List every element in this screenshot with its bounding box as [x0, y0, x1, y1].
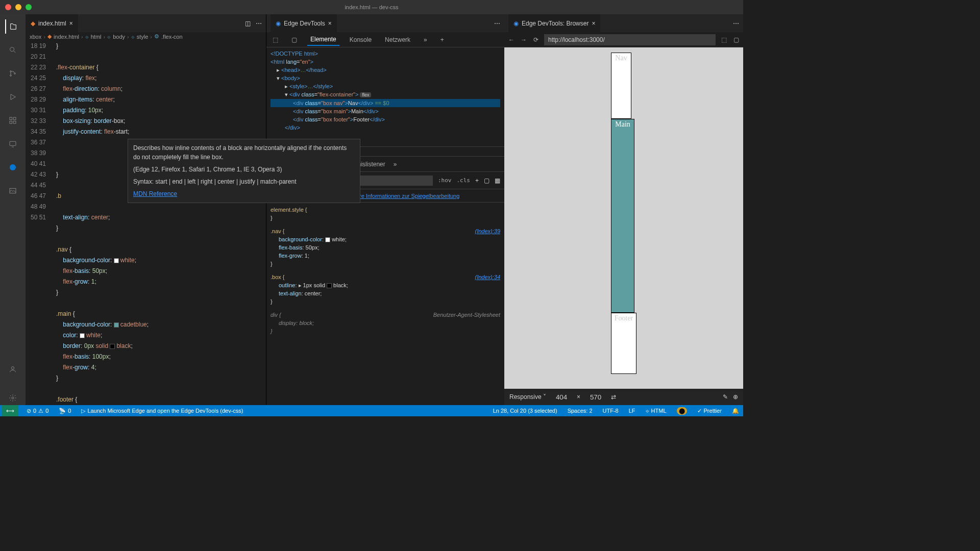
screenshot-icon[interactable]: ▢ [732, 36, 740, 43]
language-mode[interactable]: ⟐ HTML [644, 407, 669, 415]
editor-group: ◆ index.html × ◫ ⋯ xbox› ◆index.html› ⟐h… [26, 14, 266, 405]
search-icon[interactable] [6, 43, 20, 57]
fit-icon[interactable]: ⊕ [733, 393, 738, 400]
statusbar: ⟷ ⊘ 0 ⚠ 0 📡 0 ▷ Launch Microsoft Edge an… [0, 405, 743, 416]
back-icon[interactable]: ← [507, 36, 516, 43]
device-mode[interactable]: Responsive ˅ [509, 393, 546, 400]
eol[interactable]: LF [627, 407, 638, 415]
cls-toggle[interactable]: .cls [456, 177, 470, 184]
accounts-icon[interactable] [6, 362, 20, 377]
errors-warnings[interactable]: ⊘ 0 ⚠ 0 [24, 408, 51, 414]
more-tabs-icon[interactable]: » [421, 34, 430, 45]
cursor-position[interactable]: Ln 28, Col 20 (3 selected) [491, 407, 559, 415]
svg-rect-5 [13, 117, 16, 120]
tab-index-html[interactable]: ◆ index.html × [26, 14, 79, 32]
notifications-icon[interactable]: 🔔 [730, 407, 741, 415]
browser-tabs: ◉ Edge DevTools: Browser × ⋯ [504, 14, 743, 32]
forward-icon[interactable]: → [520, 36, 528, 43]
reload-icon[interactable]: ⟳ [532, 36, 540, 43]
extensions-icon[interactable] [6, 113, 20, 128]
selected-dom-node[interactable]: <div class="box nav">Nav</div> == $0 [271, 99, 500, 107]
remote-indicator[interactable]: ⟷ [2, 405, 18, 416]
styles-pane[interactable]: element.style { } .nav {(Index):39 backg… [266, 203, 504, 405]
tag-icon: ⟐ [85, 34, 89, 40]
tab-label: index.html [38, 20, 66, 27]
close-icon[interactable]: × [592, 20, 595, 27]
close-icon[interactable]: × [69, 20, 73, 27]
browser-viewport[interactable]: Nav Main Footer [504, 47, 743, 389]
browser-group: ◉ Edge DevTools: Browser × ⋯ ← → ⟳ ⬚ ▢ N… [504, 14, 743, 405]
dom-tree[interactable]: <!DOCTYPE html> <html lang="en"> ▸ <head… [266, 47, 504, 147]
svg-point-0 [10, 47, 14, 52]
edge-tools-icon[interactable] [6, 160, 20, 174]
svg-point-9 [10, 164, 16, 170]
svg-rect-7 [13, 121, 16, 123]
more-icon[interactable]: ⋯ [256, 20, 262, 27]
breadcrumb[interactable]: xbox› ◆index.html› ⟐html› ⟐body› ⟐style›… [26, 32, 266, 41]
more-icon[interactable]: » [394, 161, 397, 168]
html-icon: ◆ [47, 33, 52, 40]
close-icon[interactable]: × [328, 20, 332, 27]
device-icon[interactable]: ▢ [288, 34, 300, 45]
class-icon: ⚙ [154, 33, 159, 40]
encoding[interactable]: UTF-8 [601, 407, 621, 415]
launch-task[interactable]: ▷ Launch Microsoft Edge and open the Edg… [79, 408, 245, 414]
devtools-toolbar: ⬚ ▢ Elemente Konsole Netzwerk » + [266, 32, 504, 47]
inspect-icon[interactable]: ⬚ [720, 36, 728, 43]
source-link[interactable]: (Index):34 [475, 273, 500, 281]
code-content[interactable]: } .flex-container { display: flex; flex-… [56, 41, 266, 405]
svg-point-12 [12, 397, 14, 399]
add-tab-icon[interactable]: + [437, 34, 447, 45]
svg-rect-4 [10, 117, 12, 120]
more-icon[interactable]: ⋯ [733, 20, 739, 27]
mirror-info-link[interactable]: Weitere Informationen zur Spiegelbearbei… [345, 193, 459, 199]
indentation[interactable]: Spaces: 2 [566, 407, 595, 415]
source-control-icon[interactable] [6, 66, 20, 81]
demo-footer: Footer [611, 313, 636, 374]
edit-icon[interactable]: ✎ [723, 393, 728, 400]
window-maximize[interactable] [26, 4, 32, 10]
editor-tabs: ◆ index.html × ◫ ⋯ [26, 14, 266, 32]
svg-point-1 [10, 71, 12, 72]
tab-console[interactable]: Konsole [347, 34, 375, 45]
height-input[interactable] [585, 393, 606, 401]
window-title: index.html — dev-css [345, 4, 398, 10]
code-editor[interactable]: 18 19 20 21 22 23 24 25 26 27 28 29 30 3… [26, 41, 266, 405]
split-editor-icon[interactable]: ◫ [245, 20, 251, 27]
svg-rect-8 [10, 141, 16, 145]
explorer-icon[interactable] [5, 19, 19, 34]
rotate-icon[interactable]: ⇄ [611, 393, 616, 400]
color-badge[interactable]: ⬤ [675, 407, 689, 415]
inspect-icon[interactable]: ⬚ [270, 34, 281, 45]
tag-icon: ⟐ [107, 34, 111, 40]
layout-icon[interactable]: ▦ [495, 177, 500, 184]
settings-icon[interactable] [6, 391, 20, 405]
width-input[interactable] [551, 393, 572, 401]
device-toolbar: Responsive ˅ × ⇄ ✎ ⊕ [504, 389, 743, 405]
hov-toggle[interactable]: :hov [438, 177, 452, 184]
window-minimize[interactable] [15, 4, 21, 10]
port-forward[interactable]: 📡 0 [57, 408, 73, 414]
window-close[interactable] [5, 4, 11, 10]
main-area: ◆ index.html × ◫ ⋯ xbox› ◆index.html› ⟐h… [0, 14, 743, 405]
tab-edge-devtools[interactable]: ◉ Edge DevTools × [271, 14, 337, 32]
source-link[interactable]: (Index):39 [475, 227, 500, 235]
url-input[interactable] [544, 34, 716, 45]
flex-demo: Nav Main Footer [611, 53, 636, 374]
add-rule-icon[interactable]: + [475, 177, 479, 184]
mdn-link[interactable]: MDN Reference [133, 190, 177, 197]
tab-browser[interactable]: ◉ Edge DevTools: Browser × [508, 14, 600, 32]
tab-network[interactable]: Netzwerk [382, 34, 413, 45]
html-file-icon: ◆ [31, 20, 35, 27]
print-icon[interactable]: ▢ [484, 177, 489, 184]
tag-icon: ⟐ [131, 34, 135, 40]
tab-elements[interactable]: Elemente [307, 34, 339, 46]
images-icon[interactable] [6, 184, 20, 198]
prettier-status[interactable]: ✓ Prettier [695, 407, 724, 415]
more-icon[interactable]: ⋯ [494, 20, 500, 27]
edge-icon: ◉ [276, 20, 281, 27]
run-debug-icon[interactable] [6, 90, 20, 104]
demo-nav: Nav [611, 53, 631, 119]
svg-rect-6 [10, 121, 12, 123]
remote-icon[interactable] [6, 137, 20, 151]
